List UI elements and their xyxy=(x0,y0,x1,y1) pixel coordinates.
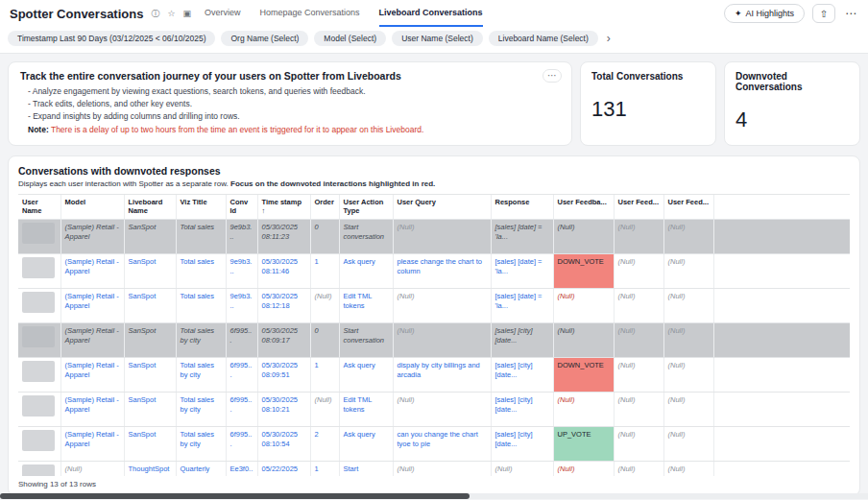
order-cell: 1 xyxy=(310,461,339,476)
column-header[interactable]: User Feed... xyxy=(663,195,713,219)
scrollbar-thumb[interactable] xyxy=(0,493,470,499)
table-row[interactable]: (Sample) Retail - ApparelSanSpotTotal sa… xyxy=(18,219,850,253)
user-query-cell: please change the chart to column xyxy=(393,253,491,288)
user-feedback-3-cell: (Null) xyxy=(663,357,713,392)
timestamp-cell: 05/30/202508:10:54 xyxy=(257,426,310,461)
user-action-type-cell: Start conversation xyxy=(339,322,393,357)
note-label: Note: xyxy=(28,125,49,134)
column-header[interactable]: Time stamp ↑ xyxy=(257,195,310,219)
table-row[interactable]: (Sample) Retail - ApparelSanSpotTotal sa… xyxy=(18,288,850,322)
response-cell: (Null) xyxy=(491,461,553,476)
user-feedback-cell: (Null) xyxy=(553,288,614,322)
user-name-cell xyxy=(18,253,60,288)
header-actions: ✦ AI Highlights ⇧ ⋯ xyxy=(724,4,858,23)
order-cell: 1 xyxy=(310,253,339,288)
share-icon: ⇧ xyxy=(820,9,828,19)
tab-homepage-conversations[interactable]: Homepage Conversations xyxy=(260,0,360,27)
conv-id-cell: 6f995... xyxy=(226,392,257,426)
info-icon[interactable]: ⓘ xyxy=(151,8,159,20)
column-header[interactable]: Viz Title xyxy=(176,195,226,219)
column-header[interactable]: User Feed... xyxy=(614,195,663,219)
user-feedback-cell: (Null) xyxy=(553,461,614,476)
panel-menu-button[interactable]: ⋯ xyxy=(542,69,562,83)
user-feedback-3-cell: (Null) xyxy=(663,322,713,357)
column-header[interactable]: Response xyxy=(491,195,553,219)
filter-chip[interactable]: User Name (Select) xyxy=(392,31,483,46)
liveboard-name-cell: SanSpot xyxy=(124,357,176,392)
model-cell: (Sample) Retail - Apparel xyxy=(60,392,124,426)
timestamp-cell: 05/30/202508:11:46 xyxy=(257,253,310,288)
redacted-user-name xyxy=(22,223,55,244)
filler-cell xyxy=(713,322,850,357)
top-header: Spotter Conversations ⓘ ☆ ▣ OverviewHome… xyxy=(0,0,868,27)
column-header[interactable]: Conv Id xyxy=(226,195,257,219)
user-feedback-3-cell: (Null) xyxy=(663,253,713,288)
tab-liveboard-conversations[interactable]: Liveboard Conversations xyxy=(379,0,483,27)
verified-icon[interactable]: ▣ xyxy=(183,9,192,18)
top-cards-row: Track the entire conversation journey of… xyxy=(8,61,860,146)
info-bullet: - Track edits, deletions, and other key … xyxy=(28,98,560,110)
table-scroll-area[interactable]: User NameModelLiveboard NameViz TitleCon… xyxy=(18,194,850,476)
user-feedback-2-cell: (Null) xyxy=(614,253,663,288)
filter-chip[interactable]: Model (Select) xyxy=(314,31,386,46)
redacted-user-name xyxy=(22,292,55,313)
filter-chip[interactable]: Liveboard Name (Select) xyxy=(489,31,598,46)
filler-cell xyxy=(713,219,850,253)
viz-title-cell: Total sales by city xyxy=(176,426,226,461)
redacted-user-name xyxy=(22,395,55,417)
model-cell: (Sample) Retail - Apparel xyxy=(60,322,124,357)
timestamp-cell: 05/30/202508:11:23 xyxy=(257,219,310,253)
user-feedback-2-cell: (Null) xyxy=(614,357,663,392)
chevron-right-icon[interactable]: › xyxy=(604,31,614,46)
liveboard-name-cell: SanSpot xyxy=(124,426,176,461)
info-bullet: - Analyze engagement by viewing exact qu… xyxy=(28,85,560,98)
response-cell: [sales] [city] [date... xyxy=(491,426,553,461)
more-options-button[interactable]: ⋯ xyxy=(843,7,858,20)
more-icon: ⋯ xyxy=(845,7,856,20)
info-bullet: - Expand insights by adding columns and … xyxy=(28,110,560,123)
timestamp-cell: 05/30/202508:09:17 xyxy=(257,322,310,357)
column-header[interactable]: User Action Type xyxy=(339,195,393,219)
table-panel-title: Conversations with downvoted responses xyxy=(18,165,850,177)
filter-chip[interactable]: Org Name (Select) xyxy=(221,31,308,46)
tab-overview[interactable]: Overview xyxy=(205,0,241,27)
viz-title-cell: Quarterly Revenue xyxy=(176,461,226,476)
table-row[interactable]: (Sample) Retail - ApparelSanSpotTotal sa… xyxy=(18,357,850,392)
column-header[interactable]: Liveboard Name xyxy=(124,195,176,219)
user-feedback-2-cell: (Null) xyxy=(614,392,663,426)
filler-cell xyxy=(713,461,850,476)
table-row[interactable]: (Null)ThoughtSpot RevenueQuarterly Reven… xyxy=(18,461,850,476)
filter-chip[interactable]: Timestamp Last 90 Days (03/12/2025 < 06/… xyxy=(8,31,215,46)
table-row[interactable]: (Sample) Retail - ApparelSanSpotTotal sa… xyxy=(18,392,850,426)
column-header[interactable]: Order xyxy=(310,195,339,219)
user-name-cell xyxy=(18,322,60,357)
user-feedback-cell: (Null) xyxy=(553,392,614,426)
column-header[interactable]: User Name xyxy=(18,195,60,219)
table-row[interactable]: (Sample) Retail - ApparelSanSpotTotal sa… xyxy=(18,426,850,461)
order-cell: 0 xyxy=(310,219,339,253)
user-query-cell: (Null) xyxy=(393,461,491,476)
table-row[interactable]: (Sample) Retail - ApparelSanSpotTotal sa… xyxy=(18,322,850,357)
user-feedback-cell: UP_VOTE xyxy=(553,426,614,461)
user-action-type-cell: Edit TML tokens xyxy=(339,392,393,426)
user-feedback-2-cell: (Null) xyxy=(614,426,663,461)
table-header-row: User NameModelLiveboard NameViz TitleCon… xyxy=(18,195,850,219)
user-feedback-3-cell: (Null) xyxy=(663,392,713,426)
horizontal-scrollbar[interactable] xyxy=(0,493,868,499)
ai-highlights-button[interactable]: ✦ AI Highlights xyxy=(724,4,805,23)
user-action-type-cell: Ask query xyxy=(339,426,393,461)
table-row[interactable]: (Sample) Retail - ApparelSanSpotTotal sa… xyxy=(18,253,850,288)
user-feedback-3-cell: (Null) xyxy=(663,426,713,461)
viz-title-cell: Total sales xyxy=(176,253,226,288)
model-cell: (Sample) Retail - Apparel xyxy=(60,357,124,392)
filter-bar-chips: Timestamp Last 90 Days (03/12/2025 < 06/… xyxy=(8,31,598,46)
user-name-cell xyxy=(18,288,60,322)
ai-highlights-label: AI Highlights xyxy=(745,9,794,18)
sort-asc-icon[interactable]: ↑ xyxy=(262,206,266,215)
star-icon[interactable]: ☆ xyxy=(167,9,175,18)
column-header[interactable]: Model xyxy=(60,195,124,219)
column-header[interactable]: User Feedba... xyxy=(553,195,614,219)
column-header[interactable]: User Query xyxy=(393,195,491,219)
filter-bar: Timestamp Last 90 Days (03/12/2025 < 06/… xyxy=(0,27,868,54)
share-button[interactable]: ⇧ xyxy=(812,4,835,23)
